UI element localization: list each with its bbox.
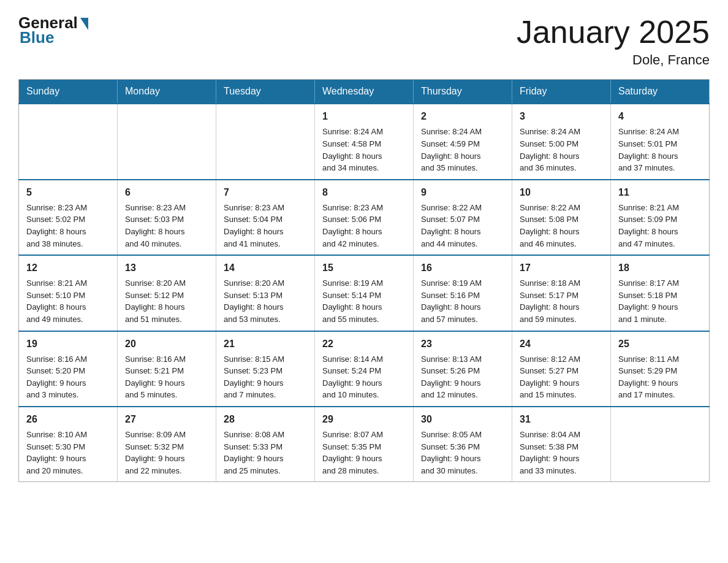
day-info: Sunrise: 8:21 AMSunset: 5:09 PMDaylight:… [618,203,679,248]
day-info: Sunrise: 8:21 AMSunset: 5:10 PMDaylight:… [26,278,87,324]
day-number: 8 [322,185,406,199]
day-cell-23: 23Sunrise: 8:13 AMSunset: 5:26 PMDayligh… [414,331,512,407]
day-cell-18: 18Sunrise: 8:17 AMSunset: 5:18 PMDayligh… [611,255,710,331]
day-number: 14 [224,261,307,275]
day-number: 17 [520,261,603,275]
day-info: Sunrise: 8:23 AMSunset: 5:02 PMDaylight:… [26,203,87,248]
day-info: Sunrise: 8:16 AMSunset: 5:20 PMDaylight:… [26,354,87,400]
day-info: Sunrise: 8:18 AMSunset: 5:17 PMDaylight:… [520,278,580,324]
day-number: 11 [618,185,702,199]
week-row-3: 12Sunrise: 8:21 AMSunset: 5:10 PMDayligh… [19,255,710,331]
week-row-1: 1Sunrise: 8:24 AMSunset: 4:58 PMDaylight… [19,104,710,179]
day-info: Sunrise: 8:24 AMSunset: 4:58 PMDaylight:… [322,127,383,172]
day-info: Sunrise: 8:10 AMSunset: 5:30 PMDaylight:… [26,430,87,475]
day-cell-27: 27Sunrise: 8:09 AMSunset: 5:32 PMDayligh… [118,407,216,482]
day-cell-14: 14Sunrise: 8:20 AMSunset: 5:13 PMDayligh… [216,255,315,331]
day-number: 21 [224,337,307,351]
title-section: January 2025 Dole, France [517,15,710,68]
calendar-header-row: SundayMondayTuesdayWednesdayThursdayFrid… [19,80,710,104]
day-cell-5: 5Sunrise: 8:23 AMSunset: 5:02 PMDaylight… [19,180,118,255]
empty-cell [611,407,710,482]
header-sunday: Sunday [19,80,118,104]
week-row-5: 26Sunrise: 8:10 AMSunset: 5:30 PMDayligh… [19,407,710,482]
calendar-title: January 2025 [517,15,710,50]
day-cell-26: 26Sunrise: 8:10 AMSunset: 5:30 PMDayligh… [19,407,118,482]
day-number: 22 [322,337,406,351]
day-cell-19: 19Sunrise: 8:16 AMSunset: 5:20 PMDayligh… [19,331,118,407]
day-number: 28 [224,412,307,426]
day-cell-11: 11Sunrise: 8:21 AMSunset: 5:09 PMDayligh… [611,180,710,255]
day-info: Sunrise: 8:12 AMSunset: 5:27 PMDaylight:… [520,354,580,400]
day-info: Sunrise: 8:07 AMSunset: 5:35 PMDaylight:… [322,430,383,475]
day-cell-8: 8Sunrise: 8:23 AMSunset: 5:06 PMDaylight… [315,180,414,255]
day-cell-31: 31Sunrise: 8:04 AMSunset: 5:38 PMDayligh… [512,407,611,482]
day-number: 16 [421,261,504,275]
day-info: Sunrise: 8:24 AMSunset: 5:01 PMDaylight:… [618,127,679,172]
week-row-2: 5Sunrise: 8:23 AMSunset: 5:02 PMDaylight… [19,180,710,255]
day-info: Sunrise: 8:24 AMSunset: 4:59 PMDaylight:… [421,127,482,172]
day-cell-17: 17Sunrise: 8:18 AMSunset: 5:17 PMDayligh… [512,255,611,331]
header-thursday: Thursday [414,80,512,104]
day-cell-20: 20Sunrise: 8:16 AMSunset: 5:21 PMDayligh… [118,331,216,407]
day-number: 27 [125,412,208,426]
day-info: Sunrise: 8:22 AMSunset: 5:07 PMDaylight:… [421,203,482,248]
day-number: 5 [26,185,110,199]
page-header: General Blue January 2025 Dole, France [18,15,710,68]
day-info: Sunrise: 8:23 AMSunset: 5:03 PMDaylight:… [125,203,186,248]
day-info: Sunrise: 8:14 AMSunset: 5:24 PMDaylight:… [322,354,383,400]
day-number: 7 [224,185,307,199]
calendar-subtitle: Dole, France [517,52,710,68]
day-info: Sunrise: 8:23 AMSunset: 5:06 PMDaylight:… [322,203,383,248]
empty-cell [19,104,118,179]
day-number: 2 [421,109,504,123]
logo-arrow-icon [80,18,88,30]
day-cell-28: 28Sunrise: 8:08 AMSunset: 5:33 PMDayligh… [216,407,315,482]
day-number: 6 [125,185,208,199]
day-cell-4: 4Sunrise: 8:24 AMSunset: 5:01 PMDaylight… [611,104,710,179]
day-info: Sunrise: 8:17 AMSunset: 5:18 PMDaylight:… [618,278,679,324]
day-cell-7: 7Sunrise: 8:23 AMSunset: 5:04 PMDaylight… [216,180,315,255]
day-cell-6: 6Sunrise: 8:23 AMSunset: 5:03 PMDaylight… [118,180,216,255]
day-number: 18 [618,261,702,275]
day-info: Sunrise: 8:20 AMSunset: 5:13 PMDaylight:… [224,278,284,324]
day-info: Sunrise: 8:16 AMSunset: 5:21 PMDaylight:… [125,354,186,400]
day-number: 30 [421,412,504,426]
day-info: Sunrise: 8:20 AMSunset: 5:12 PMDaylight:… [125,278,186,324]
day-info: Sunrise: 8:08 AMSunset: 5:33 PMDaylight:… [224,430,284,475]
day-number: 9 [421,185,504,199]
day-info: Sunrise: 8:13 AMSunset: 5:26 PMDaylight:… [421,354,482,400]
day-info: Sunrise: 8:04 AMSunset: 5:38 PMDaylight:… [520,430,580,475]
day-info: Sunrise: 8:05 AMSunset: 5:36 PMDaylight:… [421,430,482,475]
day-number: 15 [322,261,406,275]
day-number: 4 [618,109,702,123]
day-cell-30: 30Sunrise: 8:05 AMSunset: 5:36 PMDayligh… [414,407,512,482]
day-info: Sunrise: 8:15 AMSunset: 5:23 PMDaylight:… [224,354,284,400]
week-row-4: 19Sunrise: 8:16 AMSunset: 5:20 PMDayligh… [19,331,710,407]
empty-cell [118,104,216,179]
day-number: 10 [520,185,603,199]
day-number: 12 [26,261,110,275]
empty-cell [216,104,315,179]
day-number: 13 [125,261,208,275]
day-cell-15: 15Sunrise: 8:19 AMSunset: 5:14 PMDayligh… [315,255,414,331]
day-info: Sunrise: 8:23 AMSunset: 5:04 PMDaylight:… [224,203,284,248]
day-info: Sunrise: 8:19 AMSunset: 5:16 PMDaylight:… [421,278,482,324]
day-cell-22: 22Sunrise: 8:14 AMSunset: 5:24 PMDayligh… [315,331,414,407]
day-number: 31 [520,412,603,426]
calendar-table: SundayMondayTuesdayWednesdayThursdayFrid… [18,79,710,482]
day-cell-29: 29Sunrise: 8:07 AMSunset: 5:35 PMDayligh… [315,407,414,482]
header-wednesday: Wednesday [315,80,414,104]
day-info: Sunrise: 8:11 AMSunset: 5:29 PMDaylight:… [618,354,679,400]
day-info: Sunrise: 8:09 AMSunset: 5:32 PMDaylight:… [125,430,186,475]
day-cell-10: 10Sunrise: 8:22 AMSunset: 5:08 PMDayligh… [512,180,611,255]
day-number: 19 [26,337,110,351]
day-cell-3: 3Sunrise: 8:24 AMSunset: 5:00 PMDaylight… [512,104,611,179]
day-number: 24 [520,337,603,351]
header-friday: Friday [512,80,611,104]
day-number: 25 [618,337,702,351]
day-number: 23 [421,337,504,351]
day-number: 1 [322,109,406,123]
day-cell-24: 24Sunrise: 8:12 AMSunset: 5:27 PMDayligh… [512,331,611,407]
day-number: 20 [125,337,208,351]
day-info: Sunrise: 8:24 AMSunset: 5:00 PMDaylight:… [520,127,580,172]
